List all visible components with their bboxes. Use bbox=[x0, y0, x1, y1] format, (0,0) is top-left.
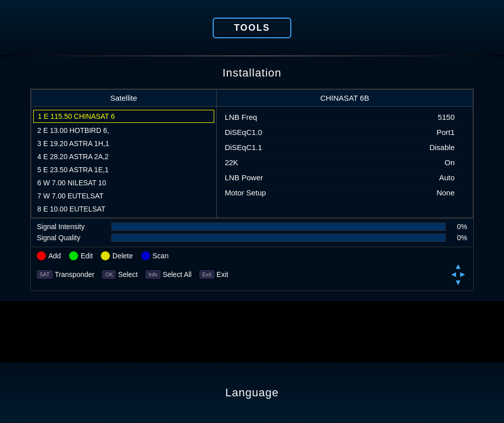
bottom-section: Language bbox=[0, 363, 504, 423]
button-edit[interactable]: Edit bbox=[69, 251, 93, 260]
satellite-section: Satellite 1 E 115.50 CHINASAT 62 E 13.00… bbox=[31, 90, 217, 218]
satellite-list: 1 E 115.50 CHINASAT 62 E 13.00 HOTBIRD 6… bbox=[31, 107, 216, 218]
button-row-1: AddEditDeleteScan bbox=[37, 251, 467, 260]
button-select-all[interactable]: InfoSelect All bbox=[146, 270, 192, 278]
settings-row: DiSEqC1.0Port1 bbox=[223, 125, 467, 140]
setting-value: Auto bbox=[439, 173, 465, 182]
top-bar: TOOLS bbox=[0, 0, 504, 55]
settings-row: DiSEqC1.1Disable bbox=[223, 140, 467, 155]
signal-intensity-bar-container bbox=[111, 223, 446, 231]
setting-value: 5150 bbox=[438, 113, 465, 121]
badge-ok: OK bbox=[102, 270, 115, 278]
button-label: Exit bbox=[217, 270, 228, 278]
settings-list: LNB Freq5150DiSEqC1.0Port1DiSEqC1.1Disab… bbox=[217, 107, 473, 203]
satellite-item[interactable]: 2 E 13.00 HOTBIRD 6, bbox=[31, 124, 216, 137]
settings-row: Motor SetupNone bbox=[223, 185, 467, 200]
setting-label: LNB Power bbox=[225, 173, 263, 182]
signal-section: Signal Intensity 0% Signal Quality 0% bbox=[31, 218, 473, 247]
setting-value: Disable bbox=[429, 143, 465, 152]
button-add[interactable]: Add bbox=[37, 251, 61, 260]
satellite-item[interactable]: 7 W 7.00 EUTELSAT bbox=[31, 189, 216, 202]
settings-row: LNB PowerAuto bbox=[223, 170, 467, 185]
badge-sat: SAT bbox=[37, 270, 52, 278]
satellite-item[interactable]: 3 E 19.20 ASTRA 1H,1 bbox=[31, 137, 216, 150]
button-label: Delete bbox=[112, 252, 133, 260]
button-label: Scan bbox=[153, 252, 169, 260]
arrow-left[interactable]: ◄ bbox=[450, 270, 458, 278]
settings-section: CHINASAT 6B LNB Freq5150DiSEqC1.0Port1Di… bbox=[217, 90, 473, 218]
button-label: Transponder bbox=[55, 270, 95, 278]
satellite-item[interactable]: 5 E 23.50 ASTRA 1E,1 bbox=[31, 163, 216, 176]
arrow-up[interactable]: ▲ bbox=[454, 262, 462, 270]
signal-quality-percent: 0% bbox=[450, 234, 467, 242]
signal-quality-bar-container bbox=[111, 234, 446, 242]
button-label: Add bbox=[48, 252, 61, 260]
badge-exit: Exit bbox=[200, 270, 214, 278]
setting-label: LNB Freq bbox=[225, 113, 257, 121]
setting-value: None bbox=[436, 188, 465, 197]
settings-row: 22KOn bbox=[223, 155, 467, 170]
settings-row: LNB Freq5150 bbox=[223, 110, 467, 125]
setting-value: Port1 bbox=[436, 128, 465, 136]
setting-label: Motor Setup bbox=[225, 188, 266, 197]
language-title: Language bbox=[225, 386, 279, 399]
installation-title: Installation bbox=[30, 66, 474, 80]
red-dot bbox=[37, 251, 46, 260]
tools-button[interactable]: TOOLS bbox=[213, 18, 291, 38]
main-content: Installation Satellite 1 E 115.50 CHINAS… bbox=[0, 56, 504, 301]
button-select[interactable]: OKSelect bbox=[102, 270, 138, 278]
yellow-dot bbox=[101, 251, 110, 260]
signal-quality-row: Signal Quality 0% bbox=[37, 234, 467, 242]
satellite-header: Satellite bbox=[31, 90, 216, 107]
button-label: Edit bbox=[81, 252, 93, 260]
arrow-down[interactable]: ▼ bbox=[454, 278, 462, 287]
arrow-icon[interactable]: ▲ ◄ ► ▼ bbox=[450, 262, 467, 287]
signal-intensity-row: Signal Intensity 0% bbox=[37, 223, 467, 231]
button-bar: AddEditDeleteScan SATTransponderOKSelect… bbox=[31, 247, 473, 291]
blue-dot bbox=[141, 251, 150, 260]
button-label: Select bbox=[118, 270, 138, 278]
signal-quality-label: Signal Quality bbox=[37, 234, 107, 242]
green-dot bbox=[69, 251, 78, 260]
satellite-item[interactable]: 1 E 115.50 CHINASAT 6 bbox=[33, 110, 214, 123]
button-transponder[interactable]: SATTransponder bbox=[37, 270, 94, 278]
button-exit[interactable]: ExitExit bbox=[200, 270, 228, 278]
button-label: Select All bbox=[163, 270, 192, 278]
button-scan[interactable]: Scan bbox=[141, 251, 169, 260]
satellite-item[interactable]: 8 E 10.00 EUTELSAT bbox=[31, 202, 216, 216]
arrow-right[interactable]: ► bbox=[459, 270, 467, 278]
setting-label: DiSEqC1.1 bbox=[225, 143, 262, 152]
badge-info: Info bbox=[146, 270, 160, 278]
signal-intensity-percent: 0% bbox=[450, 223, 467, 231]
panel-content: Satellite 1 E 115.50 CHINASAT 62 E 13.00… bbox=[31, 89, 473, 218]
button-delete[interactable]: Delete bbox=[101, 251, 133, 260]
settings-header: CHINASAT 6B bbox=[217, 90, 473, 107]
installation-panel: Satellite 1 E 115.50 CHINASAT 62 E 13.00… bbox=[30, 89, 474, 291]
satellite-item[interactable]: 6 W 7.00 NILESAT 10 bbox=[31, 176, 216, 189]
setting-value: On bbox=[445, 158, 465, 167]
satellite-item[interactable]: 4 E 28.20 ASTRA 2A,2 bbox=[31, 150, 216, 163]
button-row-2: SATTransponderOKSelectInfoSelect AllExit… bbox=[37, 262, 467, 287]
setting-label: DiSEqC1.0 bbox=[225, 128, 262, 136]
nav-arrows[interactable]: ▲ ◄ ► ▼ bbox=[449, 262, 467, 287]
setting-label: 22K bbox=[225, 158, 238, 167]
signal-intensity-label: Signal Intensity bbox=[37, 223, 107, 231]
